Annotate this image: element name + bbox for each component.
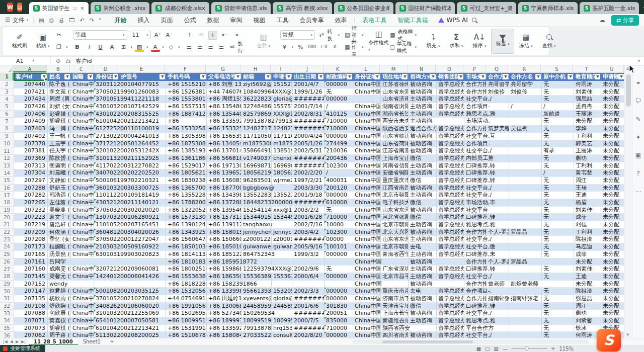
cell[interactable]: +86 15320563 [166,288,207,295]
cell[interactable]: 被动咨询 [409,229,437,236]
cell[interactable]: 2002/8/20 [292,332,325,338]
cell[interactable]: 季忆 (女) [48,236,71,243]
cell[interactable]: 无 [542,310,574,317]
cell[interactable]: 刘俊伶 [509,89,542,96]
align-bottom-icon[interactable]: ⤓ [208,31,217,40]
cell[interactable]: 370105200210270824 [94,295,119,303]
cell[interactable]: 000000 [325,96,353,103]
cell[interactable]: 2003/3/30 [292,185,325,192]
cell[interactable]: 360481200304020026 [94,229,119,236]
cell[interactable]: 陕西省西安 [381,325,409,332]
cell[interactable]: +86 15106786 [166,332,207,338]
cell[interactable]: guiwanwei [272,243,292,251]
cell[interactable] [292,258,325,266]
column-letter-A[interactable]: A [13,65,47,72]
cell[interactable]: +86 1391129694 [207,221,242,229]
cell[interactable]: 雅思考点,雅 [464,111,487,118]
cell[interactable]: China中国 [71,303,94,310]
cell[interactable]: 刘晨曦 (女 [48,169,71,177]
cell[interactable]: 四川省南充 [381,332,409,338]
cell[interactable]: 未分配 [601,214,624,221]
cell[interactable]: China中国 [71,185,94,192]
cell[interactable]: +86 52734062 [207,310,242,317]
cell[interactable]: 2000/4/24 [292,133,325,140]
cell[interactable]: +86 13439252 [166,229,207,236]
row-number[interactable]: 24 [0,243,14,251]
cell[interactable]: 2002/2/20 [292,169,325,177]
cell[interactable]: 被动咨询 [409,185,437,192]
cell[interactable]: +86 56681836 [207,155,242,162]
cell[interactable]: 362228235 [242,96,272,103]
cell[interactable]: 留学总经办 [437,185,464,192]
cell[interactable]: +86 1899937166 [207,317,242,325]
cell[interactable]: 400031 [325,177,353,185]
cell[interactable]: +86 18002510 [166,266,207,273]
cell[interactable]: 610104200212213421 [94,118,119,125]
cell[interactable]: 社交平台,微 [464,243,487,251]
cell[interactable]: 主动咨询 [409,273,437,281]
output-icon[interactable]: ⎙ [49,17,54,24]
redo-icon[interactable]: ↷ [90,17,94,24]
cell[interactable]: 留学总经办 [437,310,464,317]
cell[interactable]: China中国 [353,133,381,140]
expand-formula-bar-icon[interactable]: ▾ [638,59,644,63]
cell[interactable]: 筑梦美程 [487,125,509,133]
cell[interactable]: 刘紫馨 [574,317,601,325]
menu-item-会员专享[interactable]: 会员专享 [294,15,329,26]
cell[interactable]: 207135 [14,295,48,303]
cell[interactable]: China中国 [353,317,381,325]
document-tab[interactable]: S宁夏教师样本.xlsx [518,2,578,14]
cell[interactable]: 无 [542,192,574,199]
cell[interactable]: 207313 [14,162,48,170]
cell[interactable]: m1875308 [242,140,272,148]
merge-cells-button[interactable]: ▥合并 ▾ [252,29,275,54]
taskbar-widget[interactable]: 业财管理系统 [0,345,45,352]
cell[interactable]: 102300 [325,162,353,170]
cell[interactable]: 山东省济南 [381,96,409,103]
cell[interactable]: 王迪 [574,273,601,281]
filter-dropdown-icon[interactable] [64,74,70,79]
cell[interactable]: 2000/7/5 [292,317,325,325]
cell[interactable]: 未分配 [601,295,624,303]
cell[interactable]: 152541145 [242,207,272,214]
cell[interactable]: 留学总经办 [437,236,464,243]
cell[interactable]: 370502199901260083 [94,89,119,96]
cell[interactable]: 无 [542,214,574,221]
cell[interactable] [509,266,542,273]
cell[interactable]: +86 18753080 [166,140,207,148]
cell[interactable]: 410125 [325,111,353,118]
cell[interactable]: 主动咨询 [409,251,437,258]
cell[interactable]: 社交平台,/ [464,185,487,192]
row-number[interactable]: 13 [0,162,14,170]
cell[interactable]: 无 [542,295,574,303]
column-letter-T[interactable]: T [573,65,600,72]
cell[interactable]: 合作项目-. [464,288,487,295]
cell[interactable]: China中国 [353,288,381,295]
cell[interactable]: 主动咨询 [409,118,437,125]
cell[interactable]: China中国 [353,103,381,111]
cell[interactable]: 口碑推荐,转 [464,162,487,170]
cell[interactable]: +86 13552283 [166,192,207,199]
header-cell[interactable]: 身份证号 [94,73,119,81]
cell[interactable]: +86 1598680231 [207,266,242,273]
cell[interactable]: chenxinyur [272,155,292,162]
cell[interactable]: jennychen [242,229,272,236]
cell[interactable]: 610104200212213421 [94,325,119,332]
cell[interactable] [119,258,166,266]
cell[interactable]: 主动咨询 [409,317,437,325]
filter-dropdown-icon[interactable] [113,74,118,79]
strikethrough-icon[interactable]: A [108,43,117,52]
cell[interactable]: 无 [542,118,574,125]
cell[interactable]: 何依涵 (女 [48,229,71,236]
document-tab[interactable]: S英国留学生申▭✕ [29,2,89,14]
cell[interactable]: China中国 [71,192,94,199]
cell[interactable]: 衡琬明 (女 [48,162,71,170]
cell[interactable]: China中国 [71,236,94,243]
cell[interactable]: 合作方推荐 [464,89,487,96]
cell[interactable]: China中国 [353,310,381,317]
cell[interactable]: 北京市朝阳 [381,221,409,229]
align-middle-icon[interactable]: ≡ [197,31,206,40]
font-name-select[interactable]: 等线▾ [73,30,127,40]
cell[interactable]: 被动咨询 [409,140,437,148]
cell[interactable]: China中国 [71,243,94,251]
